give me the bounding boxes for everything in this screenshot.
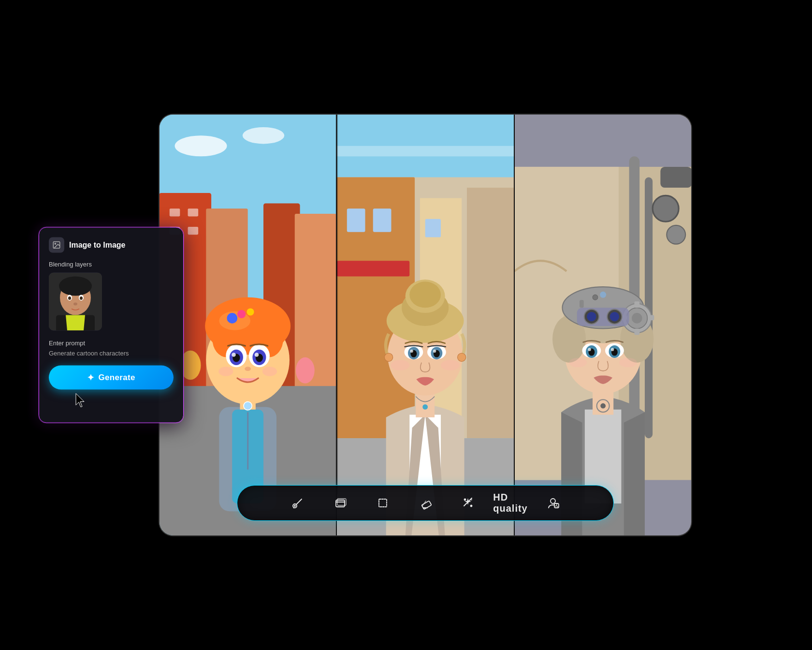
steampunk-svg bbox=[515, 115, 691, 535]
portrait-tool-button[interactable] bbox=[542, 492, 564, 514]
panel-header: Image to Image bbox=[49, 237, 174, 253]
svg-point-77 bbox=[433, 350, 436, 353]
svg-point-44 bbox=[232, 353, 236, 357]
svg-point-110 bbox=[609, 312, 619, 321]
svg-marker-10 bbox=[66, 315, 85, 331]
cursor-icon bbox=[74, 393, 86, 408]
svg-point-121 bbox=[611, 348, 614, 351]
svg-point-14 bbox=[175, 135, 227, 156]
svg-rect-23 bbox=[188, 227, 199, 235]
svg-point-48 bbox=[262, 367, 277, 376]
image-steampunk bbox=[515, 115, 691, 535]
svg-point-26 bbox=[296, 357, 315, 384]
svg-point-93 bbox=[600, 403, 606, 409]
svg-rect-59 bbox=[373, 208, 392, 232]
svg-point-15 bbox=[243, 127, 284, 144]
image-realistic bbox=[337, 115, 513, 535]
svg-point-11 bbox=[73, 303, 77, 306]
svg-point-46 bbox=[245, 367, 251, 371]
svg-point-45 bbox=[255, 353, 259, 357]
svg-rect-21 bbox=[188, 208, 199, 216]
svg-rect-102 bbox=[634, 301, 639, 308]
prompt-label: Enter prompt bbox=[49, 340, 174, 347]
svg-point-125 bbox=[294, 505, 296, 507]
svg-point-131 bbox=[471, 505, 472, 507]
svg-point-88 bbox=[652, 195, 679, 222]
svg-point-35 bbox=[227, 313, 237, 324]
divider-1 bbox=[337, 115, 338, 494]
svg-point-78 bbox=[385, 353, 393, 361]
svg-rect-20 bbox=[170, 208, 180, 216]
svg-point-8 bbox=[80, 296, 83, 300]
svg-point-122 bbox=[569, 358, 587, 367]
svg-rect-87 bbox=[660, 167, 691, 188]
svg-rect-57 bbox=[337, 261, 409, 276]
svg-point-49 bbox=[244, 402, 252, 410]
images-row bbox=[160, 115, 691, 535]
cartoon-svg bbox=[160, 115, 336, 535]
svg-marker-12 bbox=[76, 394, 84, 407]
svg-point-47 bbox=[218, 367, 233, 376]
divider-2 bbox=[514, 115, 515, 494]
magic-tool-button[interactable] bbox=[457, 492, 478, 514]
svg-rect-111 bbox=[580, 300, 584, 308]
svg-point-4 bbox=[59, 277, 92, 296]
prompt-section: Enter prompt Generate cartoon characters bbox=[49, 340, 174, 357]
generate-star-icon: ✦ bbox=[87, 372, 94, 383]
layers-tool-button[interactable] bbox=[330, 492, 351, 514]
svg-point-123 bbox=[619, 358, 637, 367]
main-panel: HD quality bbox=[160, 115, 691, 535]
crop-tool-button[interactable] bbox=[372, 492, 393, 514]
svg-point-120 bbox=[588, 348, 591, 351]
svg-point-37 bbox=[247, 308, 254, 315]
brush-tool-button[interactable] bbox=[287, 492, 308, 514]
eraser-tool-button[interactable] bbox=[415, 492, 436, 514]
svg-point-113 bbox=[600, 292, 606, 298]
prompt-text: Generate cartoon characters bbox=[49, 350, 174, 357]
svg-point-69 bbox=[410, 281, 441, 308]
hd-text: HD quality bbox=[493, 492, 527, 514]
svg-point-133 bbox=[551, 499, 555, 503]
toolbar: HD quality bbox=[237, 485, 614, 521]
svg-rect-52 bbox=[337, 146, 513, 157]
svg-rect-105 bbox=[648, 315, 654, 320]
svg-rect-60 bbox=[425, 219, 441, 237]
svg-point-89 bbox=[667, 225, 685, 244]
thumb-svg bbox=[49, 273, 102, 331]
generate-label: Generate bbox=[99, 373, 135, 383]
svg-point-1 bbox=[55, 243, 56, 244]
panel-title: Image to Image bbox=[69, 241, 125, 250]
svg-point-64 bbox=[423, 404, 428, 410]
svg-point-76 bbox=[410, 350, 413, 353]
svg-rect-128 bbox=[379, 499, 387, 507]
generate-button[interactable]: ✦ Generate bbox=[49, 366, 174, 390]
image-cartoon bbox=[160, 115, 336, 535]
svg-rect-103 bbox=[634, 328, 639, 335]
scene-wrapper: Image to Image Blending layers bbox=[68, 71, 744, 579]
svg-point-101 bbox=[632, 313, 642, 324]
floating-panel: Image to Image Blending layers bbox=[39, 227, 184, 423]
svg-point-130 bbox=[464, 499, 466, 501]
cursor-area bbox=[49, 390, 174, 413]
svg-point-81 bbox=[441, 360, 460, 370]
realistic-svg bbox=[337, 115, 513, 535]
svg-rect-58 bbox=[347, 208, 365, 232]
blending-label: Blending layers bbox=[49, 261, 174, 268]
blend-layer-thumbnail[interactable] bbox=[49, 273, 102, 331]
panel-icon bbox=[49, 237, 64, 253]
svg-point-7 bbox=[68, 296, 71, 300]
svg-point-109 bbox=[587, 312, 596, 321]
svg-point-80 bbox=[391, 360, 410, 370]
svg-rect-56 bbox=[467, 188, 513, 438]
svg-point-112 bbox=[593, 295, 598, 300]
svg-point-135 bbox=[556, 504, 557, 505]
svg-point-79 bbox=[458, 353, 466, 361]
hd-button[interactable]: HD quality bbox=[500, 492, 521, 514]
svg-point-36 bbox=[237, 310, 246, 318]
svg-point-132 bbox=[471, 499, 472, 500]
